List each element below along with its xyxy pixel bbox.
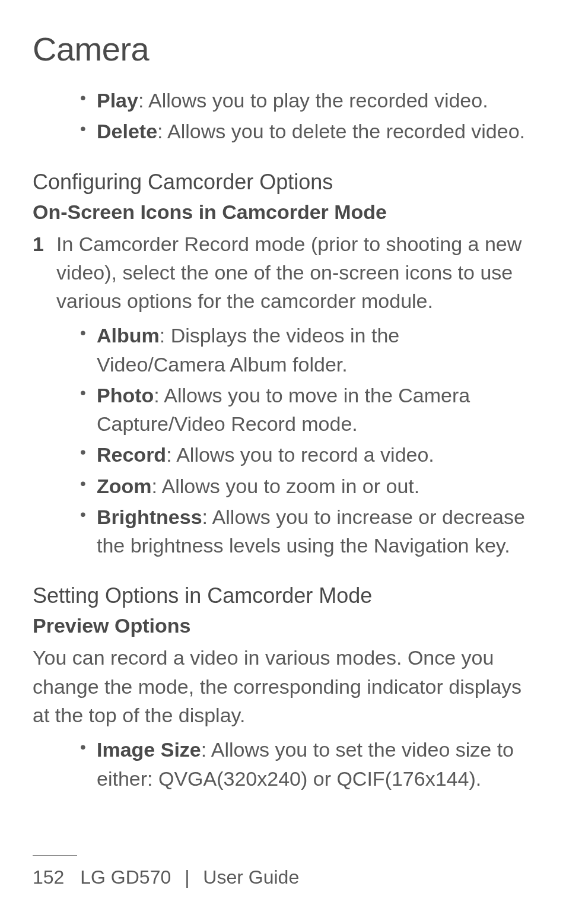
bullet-label: Play bbox=[97, 89, 138, 112]
top-bullet-list: Play: Allows you to play the recorded vi… bbox=[33, 86, 530, 146]
sub-heading: On-Screen Icons in Camcorder Mode bbox=[33, 201, 530, 224]
section-heading: Setting Options in Camcorder Mode bbox=[33, 583, 530, 608]
bullet-label: Image Size bbox=[97, 738, 201, 761]
bullet-label: Delete bbox=[97, 120, 157, 142]
bullet-text: : Allows you to play the recorded video. bbox=[138, 89, 488, 112]
list-item: Record: Allows you to record a video. bbox=[80, 440, 530, 469]
bullet-label: Zoom bbox=[97, 475, 152, 497]
step-number: 1 bbox=[33, 230, 44, 258]
list-item: Image Size: Allows you to set the video … bbox=[80, 735, 530, 793]
list-item: Delete: Allows you to delete the recorde… bbox=[80, 117, 530, 145]
footer-text: 152 LG GD570 | User Guide bbox=[33, 866, 530, 888]
footer-divider: | bbox=[185, 866, 189, 888]
bullet-text: : Allows you to record a video. bbox=[166, 443, 434, 466]
body-paragraph: You can record a video in various modes.… bbox=[33, 643, 530, 729]
page-title: Camera bbox=[33, 30, 530, 68]
list-item: Album: Displays the videos in the Video/… bbox=[80, 321, 530, 379]
list-item: Brightness: Allows you to increase or de… bbox=[80, 503, 530, 560]
section2-bullet-list: Image Size: Allows you to set the video … bbox=[33, 735, 530, 793]
footer-rule bbox=[33, 855, 77, 856]
bullet-label: Record bbox=[97, 443, 166, 466]
footer-guide: User Guide bbox=[203, 866, 299, 888]
list-item: Zoom: Allows you to zoom in or out. bbox=[80, 472, 530, 500]
page-footer: 152 LG GD570 | User Guide bbox=[33, 855, 530, 888]
numbered-step: 1 In Camcorder Record mode (prior to sho… bbox=[33, 230, 530, 316]
bullet-text: : Allows you to zoom in or out. bbox=[152, 475, 420, 497]
section1-bullet-list: Album: Displays the videos in the Video/… bbox=[33, 321, 530, 560]
bullet-text: : Allows you to delete the recorded vide… bbox=[157, 120, 525, 142]
list-item: Photo: Allows you to move in the Camera … bbox=[80, 381, 530, 439]
page-content: Camera Play: Allows you to play the reco… bbox=[0, 0, 566, 924]
bullet-label: Album bbox=[97, 324, 160, 347]
page-number: 152 bbox=[33, 866, 64, 888]
section-heading: Configuring Camcorder Options bbox=[33, 170, 530, 195]
bullet-label: Brightness bbox=[97, 506, 202, 528]
bullet-label: Photo bbox=[97, 384, 154, 407]
step-text: In Camcorder Record mode (prior to shoot… bbox=[56, 233, 522, 313]
list-item: Play: Allows you to play the recorded vi… bbox=[80, 86, 530, 115]
sub-heading: Preview Options bbox=[33, 614, 530, 637]
footer-product: LG GD570 bbox=[80, 866, 171, 888]
